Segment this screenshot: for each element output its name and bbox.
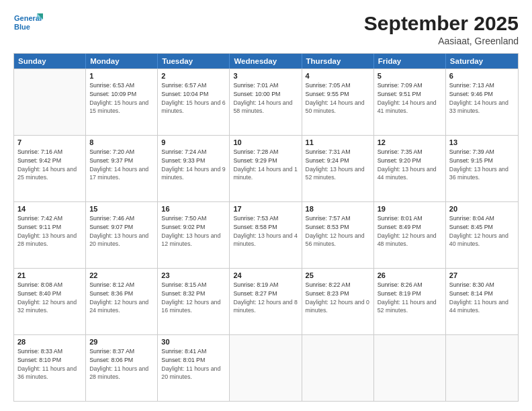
day-number: 5 [378, 72, 442, 80]
cal-cell: 14Sunrise: 7:42 AMSunset: 9:11 PMDayligh… [14, 202, 86, 268]
cal-cell [14, 69, 86, 135]
cell-info: Sunrise: 8:37 AMSunset: 8:06 PMDaylight:… [89, 347, 154, 381]
cal-cell: 9Sunrise: 7:24 AMSunset: 9:33 PMDaylight… [158, 136, 230, 201]
day-number: 17 [233, 205, 298, 213]
cell-info: Sunrise: 7:31 AMSunset: 9:24 PMDaylight:… [306, 148, 370, 182]
header-cell-tuesday: Tuesday [158, 54, 230, 68]
logo: General Blue [13, 12, 43, 34]
cell-info: Sunrise: 7:24 AMSunset: 9:33 PMDaylight:… [161, 148, 226, 182]
cell-info: Sunrise: 7:20 AMSunset: 9:37 PMDaylight:… [89, 148, 154, 182]
header-cell-friday: Friday [374, 54, 446, 68]
cal-cell [374, 335, 446, 401]
day-number: 30 [161, 338, 226, 346]
cal-cell: 1Sunrise: 6:53 AMSunset: 10:09 PMDayligh… [86, 69, 158, 135]
week-row-2: 7Sunrise: 7:16 AMSunset: 9:42 PMDaylight… [14, 135, 518, 201]
day-number: 12 [378, 138, 442, 146]
day-number: 25 [306, 271, 370, 279]
cell-info: Sunrise: 7:46 AMSunset: 9:07 PMDaylight:… [89, 214, 154, 248]
day-number: 23 [161, 271, 226, 279]
cal-cell: 16Sunrise: 7:50 AMSunset: 9:02 PMDayligh… [158, 202, 230, 268]
cal-cell: 12Sunrise: 7:35 AMSunset: 9:20 PMDayligh… [374, 136, 446, 201]
day-number: 15 [89, 205, 154, 213]
day-number: 8 [89, 138, 154, 146]
day-number: 9 [161, 138, 226, 146]
cell-info: Sunrise: 8:30 AMSunset: 8:14 PMDaylight:… [449, 281, 515, 315]
day-number: 26 [378, 271, 442, 279]
cell-info: Sunrise: 7:28 AMSunset: 9:29 PMDaylight:… [233, 148, 298, 182]
day-number: 27 [449, 271, 515, 279]
cal-cell: 13Sunrise: 7:39 AMSunset: 9:15 PMDayligh… [446, 136, 518, 201]
cal-cell: 19Sunrise: 8:01 AMSunset: 8:49 PMDayligh… [374, 202, 446, 268]
calendar: SundayMondayTuesdayWednesdayThursdayFrid… [13, 53, 519, 402]
location: Aasiaat, Greenland [364, 36, 519, 46]
svg-text:Blue: Blue [14, 23, 30, 31]
cal-cell: 26Sunrise: 8:26 AMSunset: 8:19 PMDayligh… [374, 269, 446, 334]
cell-info: Sunrise: 6:57 AMSunset: 10:04 PMDaylight… [161, 81, 226, 116]
day-number: 21 [17, 271, 82, 279]
day-number: 4 [306, 72, 370, 80]
cell-info: Sunrise: 8:12 AMSunset: 8:36 PMDaylight:… [89, 281, 154, 315]
day-number: 13 [449, 138, 515, 146]
cell-info: Sunrise: 7:53 AMSunset: 8:58 PMDaylight:… [233, 214, 298, 248]
week-row-3: 14Sunrise: 7:42 AMSunset: 9:11 PMDayligh… [14, 201, 518, 268]
cal-cell: 5Sunrise: 7:09 AMSunset: 9:51 PMDaylight… [374, 69, 446, 135]
week-row-1: 1Sunrise: 6:53 AMSunset: 10:09 PMDayligh… [14, 68, 518, 135]
cal-cell: 6Sunrise: 7:13 AMSunset: 9:46 PMDaylight… [446, 69, 518, 135]
cal-cell: 28Sunrise: 8:33 AMSunset: 8:10 PMDayligh… [14, 335, 86, 401]
cell-info: Sunrise: 8:33 AMSunset: 8:10 PMDaylight:… [17, 347, 82, 381]
header: General Blue September 2025 Aasiaat, Gre… [13, 12, 519, 46]
cell-info: Sunrise: 7:13 AMSunset: 9:46 PMDaylight:… [449, 81, 515, 116]
day-number: 3 [233, 72, 298, 80]
logo-icon: General Blue [13, 12, 43, 34]
cal-cell: 17Sunrise: 7:53 AMSunset: 8:58 PMDayligh… [230, 202, 302, 268]
day-number: 10 [233, 138, 298, 146]
cell-info: Sunrise: 7:05 AMSunset: 9:55 PMDaylight:… [306, 81, 370, 116]
calendar-header-row: SundayMondayTuesdayWednesdayThursdayFrid… [14, 54, 518, 68]
day-number: 19 [378, 205, 442, 213]
cell-info: Sunrise: 7:01 AMSunset: 10:00 PMDaylight… [233, 81, 298, 116]
day-number: 6 [449, 72, 515, 80]
title-block: September 2025 Aasiaat, Greenland [364, 12, 519, 46]
cal-cell: 7Sunrise: 7:16 AMSunset: 9:42 PMDaylight… [14, 136, 86, 201]
cal-cell [230, 335, 302, 401]
header-cell-thursday: Thursday [302, 54, 374, 68]
day-number: 16 [161, 205, 226, 213]
week-row-5: 28Sunrise: 8:33 AMSunset: 8:10 PMDayligh… [14, 334, 518, 401]
cal-cell: 27Sunrise: 8:30 AMSunset: 8:14 PMDayligh… [446, 269, 518, 334]
cal-cell: 3Sunrise: 7:01 AMSunset: 10:00 PMDayligh… [230, 69, 302, 135]
cal-cell [446, 335, 518, 401]
cal-cell: 23Sunrise: 8:15 AMSunset: 8:32 PMDayligh… [158, 269, 230, 334]
cal-cell: 22Sunrise: 8:12 AMSunset: 8:36 PMDayligh… [86, 269, 158, 334]
day-number: 1 [89, 72, 154, 80]
day-number: 28 [17, 338, 82, 346]
cell-info: Sunrise: 8:08 AMSunset: 8:40 PMDaylight:… [17, 281, 82, 315]
day-number: 2 [161, 72, 226, 80]
day-number: 24 [233, 271, 298, 279]
cell-info: Sunrise: 8:15 AMSunset: 8:32 PMDaylight:… [161, 281, 226, 315]
cell-info: Sunrise: 7:57 AMSunset: 8:53 PMDaylight:… [306, 214, 370, 248]
cell-info: Sunrise: 7:39 AMSunset: 9:15 PMDaylight:… [449, 148, 515, 182]
cal-cell [302, 335, 374, 401]
cal-cell: 10Sunrise: 7:28 AMSunset: 9:29 PMDayligh… [230, 136, 302, 201]
cell-info: Sunrise: 8:01 AMSunset: 8:49 PMDaylight:… [378, 214, 442, 248]
header-cell-sunday: Sunday [14, 54, 86, 68]
cell-info: Sunrise: 7:35 AMSunset: 9:20 PMDaylight:… [378, 148, 442, 182]
calendar-body: 1Sunrise: 6:53 AMSunset: 10:09 PMDayligh… [14, 68, 518, 401]
cell-info: Sunrise: 8:22 AMSunset: 8:23 PMDaylight:… [306, 281, 370, 315]
cal-cell: 8Sunrise: 7:20 AMSunset: 9:37 PMDaylight… [86, 136, 158, 201]
page: General Blue September 2025 Aasiaat, Gre… [0, 0, 532, 411]
cal-cell: 11Sunrise: 7:31 AMSunset: 9:24 PMDayligh… [302, 136, 374, 201]
month-title: September 2025 [364, 12, 519, 34]
day-number: 14 [17, 205, 82, 213]
cell-info: Sunrise: 8:19 AMSunset: 8:27 PMDaylight:… [233, 281, 298, 315]
cell-info: Sunrise: 8:26 AMSunset: 8:19 PMDaylight:… [378, 281, 442, 315]
cal-cell: 25Sunrise: 8:22 AMSunset: 8:23 PMDayligh… [302, 269, 374, 334]
day-number: 20 [449, 205, 515, 213]
cell-info: Sunrise: 7:16 AMSunset: 9:42 PMDaylight:… [17, 148, 82, 182]
cell-info: Sunrise: 7:42 AMSunset: 9:11 PMDaylight:… [17, 214, 82, 248]
cal-cell: 15Sunrise: 7:46 AMSunset: 9:07 PMDayligh… [86, 202, 158, 268]
header-cell-wednesday: Wednesday [230, 54, 302, 68]
cal-cell: 4Sunrise: 7:05 AMSunset: 9:55 PMDaylight… [302, 69, 374, 135]
header-cell-monday: Monday [86, 54, 158, 68]
cal-cell: 30Sunrise: 8:41 AMSunset: 8:01 PMDayligh… [158, 335, 230, 401]
